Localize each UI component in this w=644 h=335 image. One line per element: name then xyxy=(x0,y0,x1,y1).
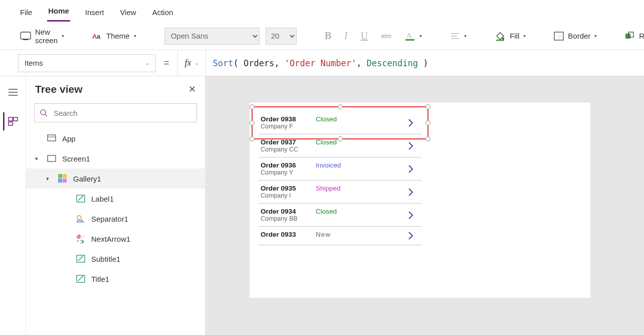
order-company: Company CC xyxy=(261,146,316,153)
search-icon xyxy=(40,109,48,117)
svg-text:♡: ♡ xyxy=(81,235,84,240)
fill-button[interactable]: Fill ▾ xyxy=(495,31,526,41)
svg-line-40 xyxy=(78,256,83,261)
formula-input[interactable]: Sort( Orders, 'Order Number', Descending… xyxy=(205,50,644,76)
menu-bar: FileHomeInsertViewAction xyxy=(0,0,644,22)
formula-token: , xyxy=(356,58,366,68)
label-icon xyxy=(75,255,86,263)
menu-home[interactable]: Home xyxy=(47,3,70,22)
menu-insert[interactable]: Insert xyxy=(84,4,105,22)
bold-button[interactable]: B xyxy=(325,30,331,42)
chevron-down-icon: ▾ xyxy=(594,33,597,39)
tree-node-gallery1[interactable]: ▾Gallery1 xyxy=(26,169,205,189)
tree-node-app[interactable]: App xyxy=(26,128,205,148)
font-color-button[interactable]: A ▾ xyxy=(404,31,422,42)
formula-token: ) xyxy=(418,58,428,68)
underline-button[interactable]: U xyxy=(361,30,368,42)
nextarrow-icon: ♡+ xyxy=(75,234,86,243)
ribbon: New screen ▾ Aa Theme ▾ Open Sans 20 B I… xyxy=(0,22,644,50)
rail-tree-view-button[interactable] xyxy=(3,112,21,130)
gallery-item[interactable]: Order 0934ClosedCompany BB xyxy=(259,204,421,227)
search-box[interactable] xyxy=(34,103,197,122)
svg-text:a: a xyxy=(97,33,101,40)
gallery-item[interactable]: Order 0936InvoicedCompany Y xyxy=(259,157,421,181)
tree-node-label: Screen1 xyxy=(62,154,90,163)
resize-handle[interactable] xyxy=(425,104,431,109)
fx-button[interactable]: fx ⌄ xyxy=(177,50,205,76)
expand-arrow-icon[interactable]: ▾ xyxy=(35,155,41,162)
svg-rect-0 xyxy=(21,32,31,39)
gallery-item[interactable]: Order 0938ClosedCompany F xyxy=(259,111,421,134)
tree-node-nextarrow1[interactable]: ♡+NextArrow1 xyxy=(26,229,205,249)
tree-node-title1[interactable]: Title1 xyxy=(26,269,205,289)
svg-rect-26 xyxy=(48,155,56,161)
new-screen-button[interactable]: New screen ▾ xyxy=(20,28,64,45)
resize-handle[interactable] xyxy=(338,104,343,109)
align-button[interactable]: ▾ xyxy=(450,32,467,40)
svg-rect-28 xyxy=(63,174,67,178)
chevron-right-icon[interactable] xyxy=(407,210,419,220)
reorder-label: Re xyxy=(639,32,644,40)
resize-handle[interactable] xyxy=(250,136,255,141)
gallery-item[interactable]: Order 0937ClosedCompany CC xyxy=(259,134,421,157)
order-company: Company I xyxy=(261,192,316,199)
order-title: Order 0934 xyxy=(261,208,316,215)
order-status: Closed xyxy=(316,115,407,123)
ribbon-group-border: Border ▾ xyxy=(548,22,603,50)
tree-node-label: Subtitle1 xyxy=(91,255,120,263)
resize-handle[interactable] xyxy=(425,136,431,141)
tree-node-label: App xyxy=(62,134,76,143)
close-icon[interactable]: ✕ xyxy=(188,84,196,95)
italic-button[interactable]: I xyxy=(344,30,348,42)
expand-arrow-icon[interactable]: ▾ xyxy=(46,176,52,182)
theme-label: Theme xyxy=(106,32,130,40)
font-size-select[interactable]: 20 xyxy=(266,28,297,45)
chevron-right-icon[interactable] xyxy=(407,187,419,197)
font-name-select[interactable]: Open Sans xyxy=(164,28,260,45)
equals-label: = xyxy=(156,58,177,68)
chevron-right-icon[interactable] xyxy=(407,141,419,151)
tree-node-label: Label1 xyxy=(91,195,114,203)
svg-text:+: + xyxy=(77,239,79,243)
reorder-button[interactable]: Re xyxy=(625,32,644,41)
label-icon xyxy=(75,195,86,203)
gallery-control[interactable]: Order 0938ClosedCompany FOrder 0937Close… xyxy=(259,111,421,245)
resize-handle[interactable] xyxy=(250,120,255,125)
order-company: Company BB xyxy=(261,215,316,222)
formula-token: ( Orders, xyxy=(233,58,284,68)
rail-hamburger-button[interactable] xyxy=(4,83,22,101)
tree-nodes: App▾Screen1▾Gallery1Label1Separator1♡+Ne… xyxy=(26,128,205,335)
chevron-right-icon[interactable] xyxy=(407,231,419,241)
gallery-item[interactable]: Order 0933New xyxy=(259,227,421,245)
menu-view[interactable]: View xyxy=(119,4,137,22)
search-input[interactable] xyxy=(53,108,191,118)
order-title: Order 0937 xyxy=(261,138,316,146)
theme-button[interactable]: Aa Theme ▾ xyxy=(92,32,136,40)
ribbon-group-fill: Fill ▾ xyxy=(489,22,532,50)
chevron-right-icon[interactable] xyxy=(407,118,419,128)
property-select[interactable]: Items ⌄ xyxy=(18,54,156,72)
strikethrough-button[interactable]: abc xyxy=(381,32,391,40)
chevron-right-icon[interactable] xyxy=(407,164,419,174)
svg-rect-34 xyxy=(77,221,82,222)
chevron-down-icon: ⌄ xyxy=(194,60,198,66)
order-status: Closed xyxy=(316,208,407,215)
tree-node-label1[interactable]: Label1 xyxy=(26,189,205,209)
tree-node-subtitle1[interactable]: Subtitle1 xyxy=(26,249,205,269)
resize-handle[interactable] xyxy=(425,120,431,125)
menu-action[interactable]: Action xyxy=(151,4,174,22)
tree-node-label: NextArrow1 xyxy=(91,235,130,243)
tree-node-separator1[interactable]: Separator1 xyxy=(26,209,205,229)
resize-handle[interactable] xyxy=(250,104,255,109)
border-icon xyxy=(554,32,564,41)
gallery-item[interactable]: Order 0935ShippedCompany I xyxy=(259,181,421,204)
border-button[interactable]: Border ▾ xyxy=(554,32,597,41)
canvas[interactable]: Order 0938ClosedCompany FOrder 0937Close… xyxy=(205,76,644,335)
ribbon-group-text-style: B I U abc A ▾ xyxy=(319,22,428,50)
tree-node-screen1[interactable]: ▾Screen1 xyxy=(26,148,205,169)
tree-node-label: Separator1 xyxy=(91,215,128,223)
tree-node-label: Title1 xyxy=(91,275,109,283)
menu-file[interactable]: File xyxy=(19,4,33,22)
chevron-down-icon: ▾ xyxy=(464,33,467,39)
formula-bar: Items ⌄ = fx ⌄ Sort( Orders, 'Order Numb… xyxy=(0,50,644,76)
